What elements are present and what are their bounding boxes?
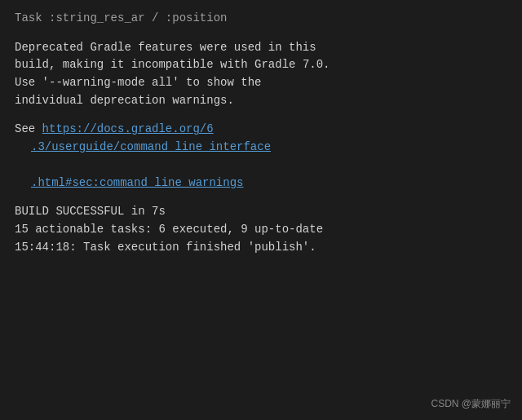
warning-line-3: 7.0. <box>303 58 330 71</box>
top-command-line: Task :string_res_ar / :position <box>15 10 507 28</box>
watermark: CSDN @蒙娜丽宁 <box>431 396 511 412</box>
tasks-line: 15 actionable tasks: 6 executed, 9 up-to… <box>15 221 507 239</box>
warning-line-5: individual deprecation warnings. <box>15 94 234 107</box>
link-line-3[interactable]: .html#sec:command_line_warnings <box>15 175 507 192</box>
warning-line-1: Deprecated Gradle features were used in … <box>15 41 316 54</box>
terminal-output: Task :string_res_ar / :position Deprecat… <box>0 0 522 420</box>
warning-line-4: Use '--warning-mode all' to show the <box>15 76 261 89</box>
build-result-block: BUILD SUCCESSFUL in 7s 15 actionable tas… <box>15 203 507 256</box>
build-success-line: BUILD SUCCESSFUL in 7s <box>15 203 507 221</box>
task-finished-line: 15:44:18: Task execution finished 'publi… <box>15 239 507 257</box>
warning-line-2: build, making it incompatible with Gradl… <box>15 58 295 71</box>
link-line-2[interactable]: .3/userguide/command_line_interface <box>15 139 507 157</box>
link-line-1[interactable]: https://docs.gradle.org/6 <box>42 122 214 135</box>
command-text: Task :string_res_ar / :position <box>15 11 227 24</box>
see-label: See <box>15 122 42 135</box>
warning-block: Deprecated Gradle features were used in … <box>15 39 507 110</box>
terminal-window: Task :string_res_ar / :position Deprecat… <box>0 0 522 420</box>
see-link-block: See https://docs.gradle.org/6 .3/usergui… <box>15 121 507 192</box>
